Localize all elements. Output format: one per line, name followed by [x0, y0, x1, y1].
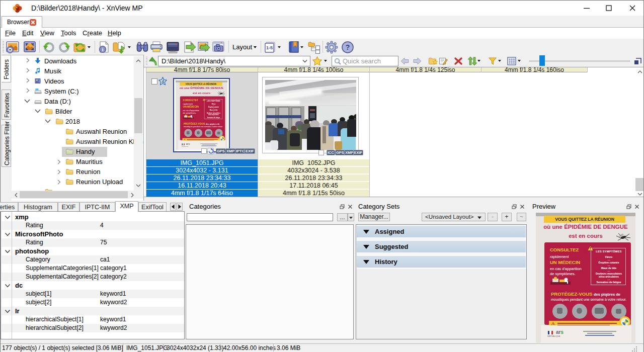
svg-text:1-5: 1-5 [266, 45, 273, 50]
svg-text:4: 4 [162, 79, 164, 84]
svg-text:?: ? [346, 43, 350, 51]
svg-text:i: i [102, 46, 103, 52]
